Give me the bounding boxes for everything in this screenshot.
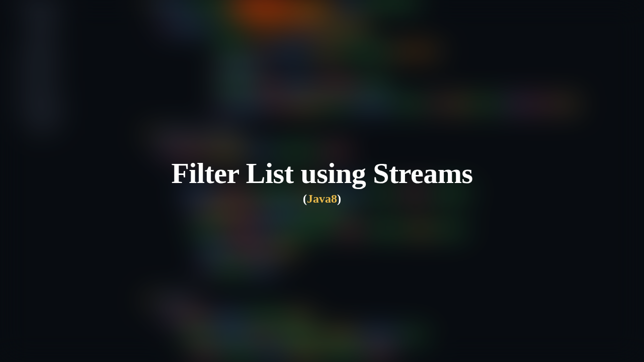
- page-subtitle: (Java8): [303, 192, 341, 206]
- close-paren: ): [337, 192, 341, 205]
- hero-content: Filter List using Streams (Java8): [0, 0, 644, 362]
- open-paren: (: [303, 192, 307, 205]
- tech-label: Java8: [307, 192, 337, 205]
- page-title: Filter List using Streams: [171, 156, 472, 190]
